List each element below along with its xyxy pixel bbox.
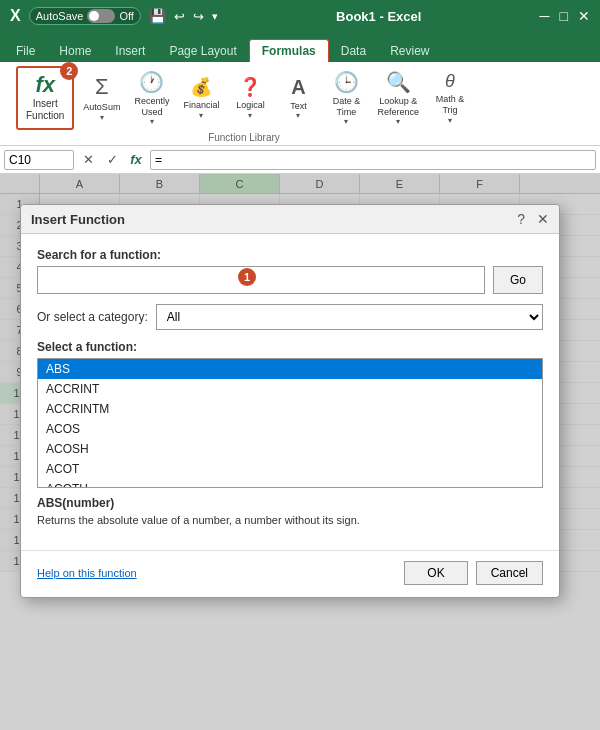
lookup-reference-label: Lookup &Reference xyxy=(377,96,419,118)
cancel-formula-btn[interactable]: ✕ xyxy=(78,150,98,170)
dialog-close-btn[interactable]: ✕ xyxy=(537,211,549,227)
text-label: Text xyxy=(290,101,307,112)
tab-insert[interactable]: Insert xyxy=(103,40,157,62)
sigma-icon: Σ xyxy=(95,74,109,100)
formula-buttons: ✕ ✓ fx xyxy=(78,150,146,170)
badge-2: 2 xyxy=(60,62,78,80)
function-list[interactable]: ABS ACCRINT ACCRINTM ACOS ACOSH ACOT ACO… xyxy=(37,358,543,488)
recently-used-arrow: ▾ xyxy=(150,117,154,126)
financial-label: Financial xyxy=(183,100,219,111)
ok-button[interactable]: OK xyxy=(404,561,467,585)
dialog-titlebar: Insert Function ? ✕ xyxy=(21,205,559,234)
text-button[interactable]: A Text ▾ xyxy=(276,68,320,128)
autosum-arrow: ▾ xyxy=(100,113,104,122)
tab-review[interactable]: Review xyxy=(378,40,441,62)
dialog-help-btn[interactable]: ? xyxy=(517,211,525,227)
spreadsheet-area: A B C D E F 1 2 3 4 5 6 7 8 9 10 11 12 1… xyxy=(0,174,600,730)
ribbon-tabs: File Home Insert Page Layout Formulas Da… xyxy=(0,32,600,62)
autosum-label: AutoSum xyxy=(83,102,120,113)
lookup-icon: 🔍 xyxy=(386,70,411,94)
close-btn[interactable]: ✕ xyxy=(578,8,590,24)
date-time-button[interactable]: 🕒 Date &Time ▾ xyxy=(324,68,368,128)
logical-icon: ❓ xyxy=(239,76,261,98)
text-arrow: ▾ xyxy=(296,111,300,120)
search-input-row: Go xyxy=(37,266,543,294)
autosave-badge: AutoSave Off xyxy=(29,7,141,25)
autosave-toggle[interactable] xyxy=(87,9,115,23)
tab-formulas[interactable]: Formulas xyxy=(249,39,329,62)
logical-arrow: ▾ xyxy=(248,111,252,120)
insert-function-dialog: Insert Function ? ✕ Search for a functio… xyxy=(20,204,560,598)
tab-data[interactable]: Data xyxy=(329,40,378,62)
tab-page-layout[interactable]: Page Layout xyxy=(157,40,248,62)
financial-button[interactable]: 💰 Financial ▾ xyxy=(178,68,224,128)
list-item[interactable]: ACOSH xyxy=(38,439,542,459)
math-trig-label: Math &Trig xyxy=(436,94,465,116)
search-input[interactable] xyxy=(37,266,485,294)
search-label: Search for a function: xyxy=(37,248,543,262)
math-trig-button[interactable]: θ Math &Trig ▾ xyxy=(428,68,472,128)
function-signature: ABS(number) xyxy=(37,496,543,510)
autosave-state: Off xyxy=(119,10,133,22)
clock-icon: 🕐 xyxy=(139,70,164,94)
list-item[interactable]: ACCRINTM xyxy=(38,399,542,419)
text-icon: A xyxy=(291,76,305,99)
autosave-label: AutoSave xyxy=(36,10,84,22)
recently-used-button[interactable]: 🕐 RecentlyUsed ▾ xyxy=(129,68,174,128)
window-title: Book1 - Excel xyxy=(336,9,421,24)
datetime-icon: 🕒 xyxy=(334,70,359,94)
tab-home[interactable]: Home xyxy=(47,40,103,62)
cancel-button[interactable]: Cancel xyxy=(476,561,543,585)
autosum-button[interactable]: Σ AutoSum ▾ xyxy=(78,68,125,128)
list-item[interactable]: ACOT xyxy=(38,459,542,479)
redo-icon[interactable]: ↪ xyxy=(193,9,204,24)
dialog-footer: Help on this function OK Cancel xyxy=(21,550,559,597)
confirm-formula-btn[interactable]: ✓ xyxy=(102,150,122,170)
dialog-title: Insert Function xyxy=(31,212,125,227)
fx-icon: fx xyxy=(35,74,55,96)
function-description: Returns the absolute value of a number, … xyxy=(37,513,543,528)
date-time-arrow: ▾ xyxy=(344,117,348,126)
formula-input[interactable] xyxy=(150,150,596,170)
footer-buttons: OK Cancel xyxy=(404,561,543,585)
maximize-btn[interactable]: □ xyxy=(560,8,568,24)
list-item[interactable]: ACCRINT xyxy=(38,379,542,399)
logical-label: Logical xyxy=(236,100,265,111)
lookup-arrow: ▾ xyxy=(396,117,400,126)
math-icon: θ xyxy=(445,71,455,92)
logical-button[interactable]: ❓ Logical ▾ xyxy=(228,68,272,128)
insert-function-small-btn[interactable]: fx xyxy=(126,150,146,170)
customize-icon[interactable]: ▾ xyxy=(212,10,218,23)
window-controls: ─ □ ✕ xyxy=(540,8,590,24)
ribbon: 2 fx InsertFunction Σ AutoSum ▾ 🕐 Recent… xyxy=(0,62,600,146)
ribbon-buttons: 2 fx InsertFunction Σ AutoSum ▾ 🕐 Recent… xyxy=(16,66,472,130)
dialog-title-buttons: ? ✕ xyxy=(517,211,549,227)
name-box[interactable] xyxy=(4,150,74,170)
insert-function-label: InsertFunction xyxy=(26,98,64,122)
help-link[interactable]: Help on this function xyxy=(37,567,137,579)
list-item[interactable]: ABS xyxy=(38,359,542,379)
title-bar-left: X AutoSave Off 💾 ↩ ↪ ▾ xyxy=(10,7,218,25)
save-icon[interactable]: 💾 xyxy=(149,8,166,24)
formula-bar: ✕ ✓ fx xyxy=(0,146,600,174)
lookup-reference-button[interactable]: 🔍 Lookup &Reference ▾ xyxy=(372,68,424,128)
date-time-label: Date &Time xyxy=(333,96,361,118)
function-list-label: Select a function: xyxy=(37,340,543,354)
title-bar: X AutoSave Off 💾 ↩ ↪ ▾ Book1 - Excel ─ □… xyxy=(0,0,600,32)
undo-icon[interactable]: ↩ xyxy=(174,9,185,24)
category-select[interactable]: All Most Recently Used Financial Date & … xyxy=(156,304,543,330)
category-row: Or select a category: All Most Recently … xyxy=(37,304,543,330)
search-row: Search for a function: Go xyxy=(37,248,543,294)
list-item[interactable]: ACOS xyxy=(38,419,542,439)
category-label: Or select a category: xyxy=(37,310,148,324)
app-icon: X xyxy=(10,7,21,25)
go-button[interactable]: Go xyxy=(493,266,543,294)
tab-file[interactable]: File xyxy=(4,40,47,62)
minimize-btn[interactable]: ─ xyxy=(540,8,550,24)
list-item[interactable]: ACOTH xyxy=(38,479,542,488)
insert-function-button[interactable]: 2 fx InsertFunction xyxy=(16,66,74,130)
function-library-label: Function Library xyxy=(208,132,280,143)
dialog-body: Search for a function: Go Or select a ca… xyxy=(21,234,559,542)
financial-icon: 💰 xyxy=(190,76,212,98)
ribbon-group-function-library: 2 fx InsertFunction Σ AutoSum ▾ 🕐 Recent… xyxy=(6,66,482,145)
